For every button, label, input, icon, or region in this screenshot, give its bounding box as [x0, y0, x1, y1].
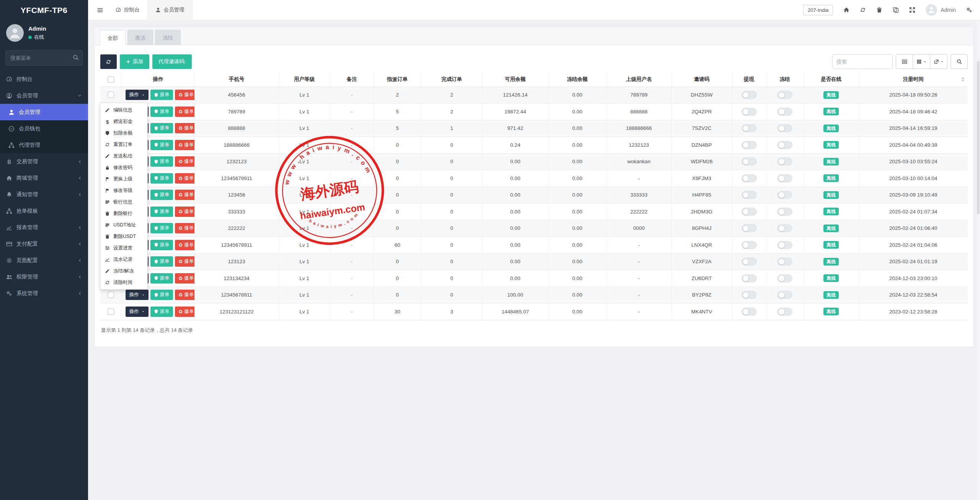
burst-order-button[interactable]: ♻爆单: [175, 123, 195, 133]
burst-order-button[interactable]: ♻爆单: [175, 256, 195, 267]
freeze-toggle[interactable]: [777, 274, 792, 282]
sidebar-item-permission[interactable]: 权限管理: [0, 269, 88, 285]
burst-order-button[interactable]: ♻爆单: [175, 290, 195, 300]
action-menu-item-7[interactable]: 修改等级: [100, 185, 147, 196]
dispatch-order-button[interactable]: 派单: [150, 190, 173, 200]
sidebar-item-dashboard[interactable]: 控制台: [0, 71, 88, 87]
dispatch-order-button[interactable]: 派单: [150, 307, 173, 317]
withdraw-toggle[interactable]: [742, 141, 757, 149]
home-icon[interactable]: [843, 7, 849, 13]
filter-tab-1[interactable]: 激活: [127, 30, 153, 45]
row-action-dropdown-button[interactable]: 操作: [126, 307, 149, 317]
freeze-toggle[interactable]: [777, 141, 792, 149]
action-menu-item-3[interactable]: 重置订单: [100, 139, 147, 150]
site-selector[interactable]: 207-India: [803, 5, 833, 15]
action-menu-item-0[interactable]: 编辑信息: [100, 104, 147, 116]
withdraw-toggle[interactable]: [742, 91, 757, 99]
sidebar-item-agent-manage[interactable]: 代理管理: [0, 137, 88, 153]
freeze-toggle[interactable]: [777, 157, 792, 166]
sidebar-item-system[interactable]: 系统管理: [0, 285, 88, 302]
freeze-toggle[interactable]: [777, 208, 792, 216]
dispatch-order-button[interactable]: 派单: [150, 207, 173, 217]
topbar-tab-0[interactable]: 控制台: [108, 0, 147, 20]
withdraw-toggle[interactable]: [742, 208, 757, 216]
withdraw-toggle[interactable]: [742, 257, 757, 266]
withdraw-toggle[interactable]: [742, 274, 757, 282]
copy-icon[interactable]: [893, 7, 899, 13]
withdraw-toggle[interactable]: [742, 157, 757, 166]
burst-order-button[interactable]: ♻爆单: [175, 107, 195, 117]
dispatch-order-button[interactable]: 派单: [150, 107, 173, 117]
scrollbar-thumb[interactable]: [977, 61, 980, 214]
columns-button[interactable]: [913, 54, 930, 69]
action-menu-item-13[interactable]: 流水记录: [100, 254, 147, 265]
burst-order-button[interactable]: ♻爆单: [175, 140, 195, 150]
dispatch-order-button[interactable]: 派单: [150, 256, 173, 267]
sidebar-item-payment[interactable]: 支付配置: [0, 236, 88, 252]
action-menu-item-5[interactable]: 修改密码: [100, 162, 147, 173]
action-menu-item-10[interactable]: USDT地址: [100, 219, 147, 231]
withdraw-toggle[interactable]: [742, 308, 757, 316]
toggle-view-button[interactable]: [896, 54, 913, 69]
filter-tab-2[interactable]: 冻结: [155, 30, 181, 45]
action-menu-item-12[interactable]: 设置进度: [100, 242, 147, 254]
withdraw-toggle[interactable]: [742, 108, 757, 116]
sidebar-item-page-config[interactable]: 页面配置: [0, 252, 88, 269]
burst-order-button[interactable]: ♻爆单: [175, 156, 195, 167]
sort-icon[interactable]: [961, 77, 964, 82]
freeze-toggle[interactable]: [777, 91, 792, 99]
dispatch-order-button[interactable]: 派单: [150, 140, 173, 150]
filter-tab-0[interactable]: 全部: [100, 30, 126, 45]
burst-order-button[interactable]: ♻爆单: [175, 273, 195, 284]
sidebar-item-order-template[interactable]: 抢单模板: [0, 203, 88, 219]
freeze-toggle[interactable]: [777, 191, 792, 199]
row-checkbox[interactable]: [108, 292, 114, 298]
freeze-toggle[interactable]: [777, 124, 792, 132]
sidebar-item-member-wallet[interactable]: cc会员钱包: [0, 120, 88, 137]
withdraw-toggle[interactable]: [742, 174, 757, 182]
action-menu-item-8[interactable]: 银行信息: [100, 196, 147, 208]
freeze-toggle[interactable]: [777, 308, 792, 316]
refresh-button[interactable]: [100, 54, 117, 69]
action-menu-item-9[interactable]: 删除银行: [100, 208, 147, 219]
burst-order-button[interactable]: ♻爆单: [175, 223, 195, 233]
burst-order-button[interactable]: ♻爆单: [175, 207, 195, 217]
admin-menu[interactable]: Admin: [926, 4, 956, 16]
search-button[interactable]: [951, 54, 968, 69]
dispatch-order-button[interactable]: 派单: [150, 240, 173, 250]
dispatch-order-button[interactable]: 派单: [150, 223, 173, 233]
dispatch-order-button[interactable]: 派单: [150, 290, 173, 300]
action-menu-item-6[interactable]: 更换上级: [100, 173, 147, 185]
sidebar-item-notice[interactable]: 通知管理: [0, 186, 88, 203]
withdraw-toggle[interactable]: [742, 191, 757, 199]
dispatch-order-button[interactable]: 派单: [150, 123, 173, 133]
action-menu-item-1[interactable]: $赠送彩金: [100, 116, 147, 127]
menu-search-input[interactable]: [5, 50, 83, 66]
sidebar-item-member-list[interactable]: 会员管理: [0, 104, 88, 120]
sidebar-item-trade[interactable]: B交易管理: [0, 153, 88, 170]
add-button[interactable]: 添加: [120, 54, 149, 69]
freeze-toggle[interactable]: [777, 108, 792, 116]
dispatch-order-button[interactable]: 派单: [150, 173, 173, 184]
sidebar-item-member-group[interactable]: 会员管理: [0, 87, 88, 104]
sidebar-toggle-button[interactable]: [92, 0, 108, 20]
action-menu-item-2[interactable]: 扣除余额: [100, 127, 147, 139]
action-menu-item-14[interactable]: 冻结/解冻: [100, 265, 147, 277]
row-action-dropdown-button[interactable]: 操作: [126, 290, 149, 300]
fullscreen-icon[interactable]: [909, 7, 915, 13]
burst-order-button[interactable]: ♻爆单: [175, 240, 195, 250]
freeze-toggle[interactable]: [777, 224, 792, 232]
action-menu-item-4[interactable]: 发送私信: [100, 150, 147, 162]
withdraw-toggle[interactable]: [742, 124, 757, 132]
freeze-toggle[interactable]: [777, 174, 792, 182]
dispatch-order-button[interactable]: 派单: [150, 90, 173, 100]
freeze-toggle[interactable]: [777, 241, 792, 249]
action-menu-item-15[interactable]: 清除时间: [100, 277, 147, 288]
action-menu-item-11[interactable]: 删除USDT: [100, 231, 147, 242]
row-checkbox[interactable]: [108, 308, 114, 315]
withdraw-toggle[interactable]: [742, 241, 757, 249]
settings-cogs-icon[interactable]: [966, 7, 972, 13]
burst-order-button[interactable]: ♻爆单: [175, 90, 195, 100]
dispatch-order-button[interactable]: 派单: [150, 156, 173, 167]
burst-order-button[interactable]: ♻爆单: [175, 173, 195, 184]
